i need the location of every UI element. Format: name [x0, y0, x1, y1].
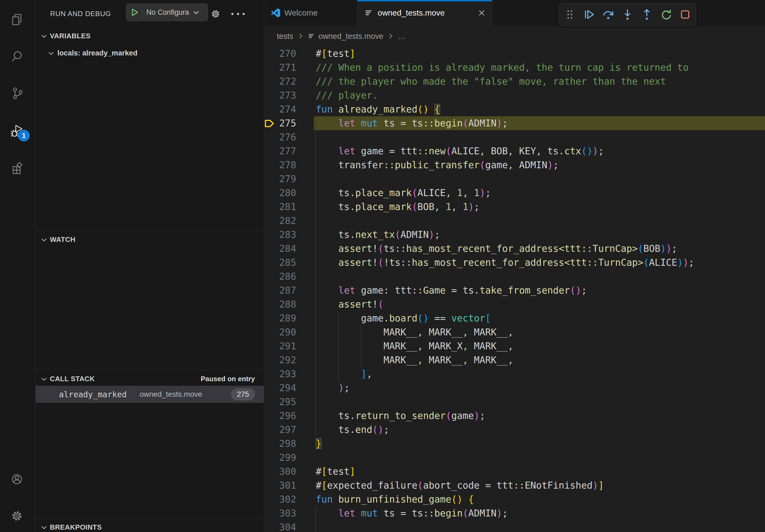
step-over-icon[interactable] [601, 8, 615, 21]
code-line[interactable]: 274fun already_marked() { [264, 102, 765, 116]
code-line[interactable]: 285 assert!(!ts::has_most_recent_for_add… [264, 256, 765, 269]
line-number[interactable]: 283 [264, 228, 296, 242]
code-line[interactable]: 290 MARK__, MARK__, MARK__, [264, 325, 765, 339]
line-number[interactable]: 290 [264, 325, 296, 339]
code-line[interactable]: 297 ts.end(); [264, 423, 765, 437]
code-line[interactable]: 287 let game: ttt::Game = ts.take_from_s… [264, 283, 765, 297]
code-line[interactable]: 292 MARK__, MARK__, MARK__, [264, 353, 765, 367]
code-line[interactable]: 302fun burn_unfinished_game() { [264, 492, 765, 506]
line-number[interactable]: 279 [264, 172, 296, 186]
extensions-icon[interactable] [10, 162, 23, 175]
code-text[interactable]: let game = ttt::new(ALICE, BOB, KEY, ts.… [316, 144, 604, 158]
source-control-icon[interactable] [10, 87, 23, 100]
code-text[interactable]: transfer::public_transfer(game, ADMIN); [316, 158, 559, 172]
code-text[interactable]: assert!( [316, 297, 383, 311]
line-number[interactable]: 304 [264, 520, 296, 532]
code-text[interactable]: ts.place_mark(BOB, 1, 1); [316, 200, 479, 214]
line-number[interactable]: 292 [264, 353, 296, 367]
code-text[interactable]: MARK__, MARK__, MARK__, [316, 325, 513, 339]
line-number[interactable]: 272 [264, 75, 296, 89]
code-text[interactable]: ts.return_to_sender(game); [316, 409, 485, 423]
section-variables[interactable]: VARIABLES [36, 29, 264, 43]
code-line[interactable]: 271/// When a position is already marked… [264, 61, 765, 75]
tab-welcome[interactable]: Welcome [264, 0, 357, 26]
code-line[interactable]: 301#[expected_failure(abort_code = ttt::… [264, 478, 765, 492]
line-number[interactable]: 287 [264, 283, 296, 297]
code-line[interactable]: 303 let mut ts = ts::begin(ADMIN); [264, 506, 765, 520]
code-line[interactable]: 299 [264, 450, 765, 464]
code-text[interactable]: /// When a position is already marked, t… [316, 61, 689, 75]
breadcrumb-symbol[interactable]: … [398, 32, 405, 41]
code-line[interactable]: 279 [264, 172, 765, 186]
toolbar-drag-handle[interactable] [563, 8, 577, 21]
code-line[interactable]: 277 let game = ttt::new(ALICE, BOB, KEY,… [264, 144, 765, 158]
close-icon[interactable] [478, 9, 486, 17]
line-number[interactable]: 281 [264, 200, 296, 214]
code-text[interactable]: let mut ts = ts::begin(ADMIN); [316, 506, 508, 520]
section-watch[interactable]: WATCH [36, 232, 264, 246]
step-into-icon[interactable] [620, 8, 634, 21]
line-number[interactable]: 273 [264, 89, 296, 102]
line-number[interactable]: 298 [264, 437, 296, 450]
code-text[interactable]: #[test] [316, 464, 356, 478]
line-number[interactable]: 288 [264, 297, 296, 311]
code-line[interactable]: 294 ); [264, 381, 765, 395]
code-line[interactable]: 273/// player. [264, 89, 765, 102]
variables-scope-locals[interactable]: locals: already_marked [36, 46, 264, 60]
code-text[interactable]: ts.next_tx(ADMIN); [316, 228, 440, 242]
line-number[interactable]: 303 [264, 506, 296, 520]
line-number[interactable]: 285 [264, 256, 296, 269]
code-text[interactable]: ], [316, 367, 372, 381]
line-number[interactable]: 277 [264, 144, 296, 158]
line-number[interactable]: 293 [264, 367, 296, 381]
code-text[interactable]: /// player. [316, 89, 378, 102]
line-number[interactable]: 276 [264, 130, 296, 144]
ellipsis-icon[interactable] [230, 12, 246, 16]
code-editor[interactable]: 270#[test]271/// When a position is alre… [264, 47, 765, 532]
code-text[interactable]: assert!(!ts::has_most_recent_for_address… [316, 256, 694, 269]
line-number[interactable]: 289 [264, 311, 296, 325]
code-line[interactable]: 270#[test] [264, 47, 765, 61]
run-and-debug-icon[interactable]: 1 [10, 124, 23, 137]
code-line[interactable]: 286 [264, 269, 765, 283]
code-text[interactable]: let game: ttt::Game = ts.take_from_sende… [316, 283, 587, 297]
line-number[interactable]: 295 [264, 395, 296, 409]
line-number[interactable]: 297 [264, 423, 296, 437]
code-text[interactable]: ts.place_mark(ALICE, 1, 1); [316, 186, 491, 200]
code-line[interactable]: 283 ts.next_tx(ADMIN); [264, 228, 765, 242]
breadcrumb-folder[interactable]: tests [277, 32, 293, 41]
launch-config-dropdown[interactable]: No Configura [126, 3, 208, 21]
section-call-stack[interactable]: CALL STACK Paused on entry [36, 372, 264, 386]
line-number[interactable]: 294 [264, 381, 296, 395]
code-line[interactable]: 295 [264, 395, 765, 409]
code-line[interactable]: 289 game.board() == vector[ [264, 311, 765, 325]
line-number[interactable]: 296 [264, 409, 296, 423]
gear-icon[interactable] [211, 9, 221, 19]
tab-owned-tests-move[interactable]: owned_tests.move [357, 0, 492, 26]
line-number[interactable]: 291 [264, 339, 296, 353]
line-number[interactable]: 280 [264, 186, 296, 200]
line-number[interactable]: 299 [264, 450, 296, 464]
breadcrumb-file[interactable]: owned_tests.move [319, 32, 383, 41]
code-line[interactable]: 291 MARK__, MARK_X, MARK__, [264, 339, 765, 353]
code-text[interactable]: #[test] [316, 47, 356, 61]
code-line[interactable]: 275 let mut ts = ts::begin(ADMIN); [264, 116, 765, 130]
code-text[interactable]: let mut ts = ts::begin(ADMIN); [316, 116, 508, 130]
line-number[interactable]: 271 [264, 61, 296, 75]
search-icon[interactable] [10, 50, 23, 63]
stop-icon[interactable] [678, 8, 692, 21]
code-text[interactable]: game.board() == vector[ [316, 311, 491, 325]
line-number[interactable]: 274 [264, 102, 296, 116]
code-text[interactable]: fun burn_unfinished_game() { [316, 492, 474, 506]
section-breakpoints[interactable]: BREAKPOINTS [36, 520, 264, 532]
code-line[interactable]: 280 ts.place_mark(ALICE, 1, 1); [264, 186, 765, 200]
continue-icon[interactable] [582, 8, 596, 21]
settings-gear-icon[interactable] [10, 509, 23, 522]
line-number[interactable]: 301 [264, 478, 296, 492]
code-line[interactable]: 293 ], [264, 367, 765, 381]
line-number[interactable]: 278 [264, 158, 296, 172]
line-number[interactable]: 300 [264, 464, 296, 478]
code-line[interactable]: 298} [264, 437, 765, 450]
explorer-icon[interactable] [10, 13, 23, 26]
code-line[interactable]: 272/// the player who made the "false" m… [264, 75, 765, 89]
